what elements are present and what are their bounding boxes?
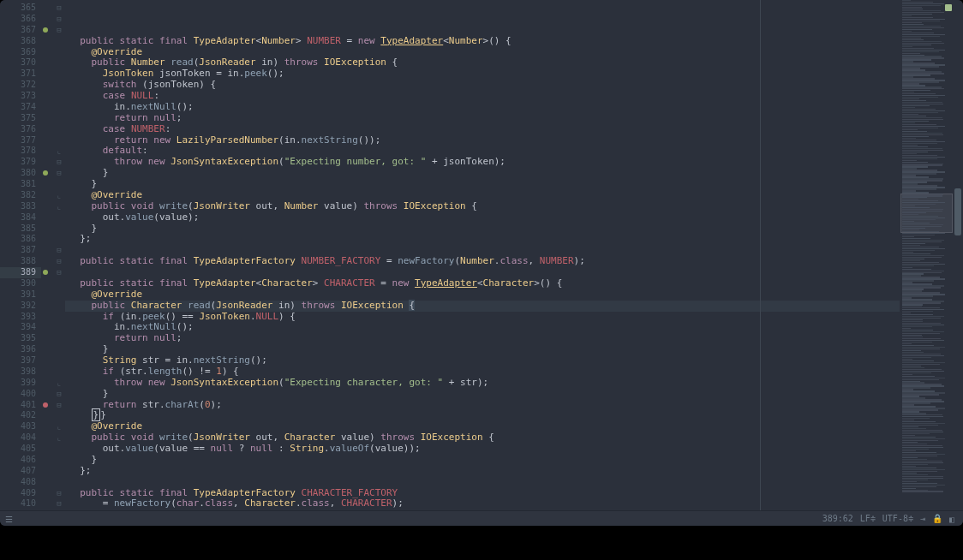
- line-number[interactable]: 394: [0, 322, 41, 333]
- marker-gutter[interactable]: [41, 0, 53, 510]
- gutter-marker-slot[interactable]: [41, 256, 53, 267]
- gutter-marker-slot[interactable]: [41, 80, 53, 91]
- gutter-marker-slot[interactable]: [41, 421, 53, 432]
- line-number[interactable]: 392: [0, 301, 41, 312]
- line-number[interactable]: 384: [0, 212, 41, 223]
- line-number[interactable]: 393: [0, 312, 41, 323]
- line-number[interactable]: 372: [0, 80, 41, 91]
- line-number[interactable]: 368: [0, 36, 41, 47]
- fold-toggle[interactable]: ⊟: [53, 498, 65, 509]
- code-line[interactable]: };: [65, 234, 900, 245]
- statusbar-context-icon[interactable]: ☰: [5, 515, 14, 523]
- fold-toggle[interactable]: [53, 80, 65, 91]
- gutter-marker-slot[interactable]: [41, 190, 53, 201]
- line-number[interactable]: 381: [0, 179, 41, 190]
- gutter-marker-slot[interactable]: [41, 3, 53, 14]
- line-number[interactable]: 373: [0, 91, 41, 102]
- fold-toggle[interactable]: [53, 212, 65, 223]
- fold-toggle[interactable]: ⌞: [53, 146, 65, 157]
- line-number[interactable]: 388: [0, 256, 41, 267]
- code-line[interactable]: in.nextNull();: [65, 102, 900, 113]
- line-number[interactable]: 396: [0, 344, 41, 355]
- fold-gutter[interactable]: ⊟⊟⊟⌞⊟⊟⌞⌞⊟⊟⊟⌞⊟⊟⌞⌞⊟⊟: [53, 0, 65, 510]
- code-line[interactable]: [65, 509, 900, 510]
- fold-toggle[interactable]: ⊟: [53, 488, 65, 499]
- line-number[interactable]: 382: [0, 190, 41, 201]
- fold-toggle[interactable]: ⊟: [53, 400, 65, 411]
- code-line[interactable]: return new LazilyParsedNumber(in.nextStr…: [65, 135, 900, 146]
- gutter-marker-icon[interactable]: [43, 170, 48, 176]
- line-separator[interactable]: LF≑: [860, 514, 876, 523]
- line-number[interactable]: 367: [0, 25, 41, 36]
- gutter-marker-slot[interactable]: [41, 444, 53, 455]
- line-number[interactable]: 380: [0, 168, 41, 179]
- fold-toggle[interactable]: [53, 223, 65, 235]
- line-number[interactable]: 389: [0, 267, 41, 278]
- fold-toggle[interactable]: [53, 124, 65, 135]
- gutter-marker-slot[interactable]: [41, 47, 53, 58]
- gutter-marker-slot[interactable]: [41, 234, 53, 245]
- gutter-marker-slot[interactable]: [41, 212, 53, 223]
- caret-position[interactable]: 389:62: [822, 514, 853, 523]
- code-line[interactable]: in.nextNull();: [65, 322, 900, 333]
- fold-toggle[interactable]: ⌞: [53, 378, 65, 389]
- fold-toggle[interactable]: [53, 57, 65, 69]
- code-line[interactable]: }: [65, 223, 900, 235]
- fold-toggle[interactable]: [53, 36, 65, 47]
- gutter-marker-slot[interactable]: [41, 179, 53, 190]
- line-number[interactable]: 365: [0, 3, 41, 14]
- fold-toggle[interactable]: [53, 278, 65, 289]
- gutter-marker-slot[interactable]: [41, 278, 53, 289]
- fold-toggle[interactable]: [53, 355, 65, 366]
- line-number[interactable]: 402: [0, 410, 41, 421]
- fold-toggle[interactable]: [53, 477, 65, 488]
- gutter-marker-slot[interactable]: [41, 289, 53, 301]
- gutter-marker-slot[interactable]: [41, 113, 53, 124]
- fold-toggle[interactable]: ⌞: [53, 421, 65, 432]
- code-line[interactable]: throw new JsonSyntaxException("Expecting…: [65, 378, 900, 389]
- line-number[interactable]: 366: [0, 14, 41, 25]
- fold-toggle[interactable]: [53, 113, 65, 124]
- file-encoding[interactable]: UTF-8≑: [882, 514, 913, 523]
- fold-toggle[interactable]: ⊟: [53, 256, 65, 267]
- code-line[interactable]: public static final TypeAdapter<Number> …: [65, 36, 900, 47]
- code-line[interactable]: throw new JsonSyntaxException("Expecting…: [65, 157, 900, 168]
- fold-toggle[interactable]: [53, 47, 65, 58]
- line-number[interactable]: 383: [0, 201, 41, 212]
- editor-area[interactable]: 3653663673683693703713723733743753763773…: [0, 0, 963, 510]
- line-number[interactable]: 371: [0, 69, 41, 80]
- gutter-marker-slot[interactable]: [41, 466, 53, 477]
- line-number[interactable]: 400: [0, 389, 41, 400]
- fold-toggle[interactable]: ⌞: [53, 432, 65, 444]
- gutter-marker-slot[interactable]: [41, 389, 53, 400]
- fold-toggle[interactable]: [53, 466, 65, 477]
- fold-toggle[interactable]: ⊟: [53, 3, 65, 14]
- gutter-marker-slot[interactable]: [41, 124, 53, 135]
- gutter-marker-slot[interactable]: [41, 488, 53, 499]
- line-number[interactable]: 395: [0, 333, 41, 344]
- code-area[interactable]: public static final TypeAdapter<Number> …: [65, 0, 900, 510]
- line-number[interactable]: 387: [0, 245, 41, 256]
- gutter-marker-slot[interactable]: [41, 498, 53, 509]
- fold-toggle[interactable]: [53, 102, 65, 113]
- gutter-marker-slot[interactable]: [41, 135, 53, 146]
- fold-toggle[interactable]: ⊟: [53, 168, 65, 179]
- scrollbar-thumb[interactable]: [954, 188, 961, 235]
- gutter-marker-slot[interactable]: [41, 400, 53, 411]
- vertical-scrollbar[interactable]: [953, 0, 963, 510]
- gutter-marker-slot[interactable]: [41, 146, 53, 157]
- line-number[interactable]: 397: [0, 355, 41, 366]
- line-number[interactable]: 376: [0, 124, 41, 135]
- readonly-lock-icon[interactable]: 🔒: [932, 514, 942, 523]
- fold-toggle[interactable]: [53, 301, 65, 312]
- line-number[interactable]: 369: [0, 47, 41, 58]
- line-number[interactable]: 399: [0, 378, 41, 389]
- fold-toggle[interactable]: ⌞: [53, 201, 65, 212]
- gutter-marker-icon[interactable]: [43, 270, 48, 275]
- indent-indicator-icon[interactable]: ⇥: [920, 514, 925, 523]
- fold-toggle[interactable]: [53, 234, 65, 245]
- gutter-marker-slot[interactable]: [41, 355, 53, 366]
- gutter-marker-icon[interactable]: [43, 402, 48, 408]
- gutter-marker-slot[interactable]: [41, 69, 53, 80]
- code-line[interactable]: }}: [65, 410, 900, 421]
